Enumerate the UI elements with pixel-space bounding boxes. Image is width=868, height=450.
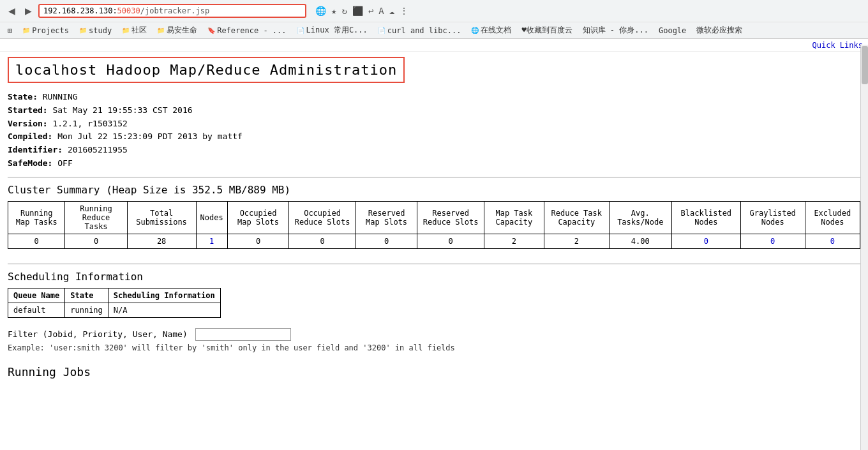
col-nodes: Nodes <box>196 201 227 234</box>
bookmark-bing[interactable]: 微软必应搜索 <box>694 24 745 36</box>
compiled-label: Compiled: <box>8 131 52 141</box>
cell-blacklisted-nodes: 0 <box>671 234 740 248</box>
filter-input[interactable] <box>195 328 291 341</box>
started-line: Started: Sat May 21 19:55:33 CST 2016 <box>8 104 860 117</box>
bookmark-linux[interactable]: 📄 Linux 常用C... <box>294 24 370 36</box>
bookmark-knowledge[interactable]: 知识库 - 你身... <box>580 24 651 36</box>
cluster-table-data-row: 0 0 28 1 0 0 0 0 2 2 4.00 0 0 0 <box>8 234 860 248</box>
address-bar-container[interactable]: 192.168.238.130:50030/jobtracker.jsp <box>38 4 306 18</box>
col-scheduling-info: Scheduling Information <box>108 288 220 303</box>
extension-icon[interactable]: ⬛ <box>351 4 364 17</box>
identifier-value: 201605211955 <box>68 145 128 154</box>
scrollbar[interactable] <box>860 45 868 384</box>
version-line: Version: 1.2.1, r1503152 <box>8 117 860 131</box>
bookmark-study[interactable]: 📁 study <box>77 26 114 36</box>
filter-line: Filter (Jobid, Priority, User, Name) <box>8 328 860 341</box>
address-colon: : <box>112 6 117 15</box>
address-bar: 192.168.238.130:50030/jobtracker.jsp <box>43 6 209 15</box>
bookmark-baidu-cloud[interactable]: ♥收藏到百度云 <box>519 24 574 36</box>
col-blacklisted-nodes: Blacklisted Nodes <box>671 201 740 234</box>
cell-scheduling-info: N/A <box>108 303 220 317</box>
info-section: State: RUNNING Started: Sat May 21 19:55… <box>8 91 860 170</box>
blacklisted-nodes-link[interactable]: 0 <box>704 237 708 246</box>
filter-section: Filter (Jobid, Priority, User, Name) Exa… <box>8 328 860 352</box>
quick-links-link[interactable]: Quick Links <box>812 41 863 50</box>
cell-avg-tasks-node: 4.00 <box>609 234 671 248</box>
col-graylisted-nodes: Graylisted Nodes <box>740 201 805 234</box>
cell-state: running <box>65 303 108 317</box>
cell-total-submissions: 28 <box>127 234 196 248</box>
divider-2 <box>8 264 860 264</box>
cell-graylisted-nodes: 0 <box>740 234 805 248</box>
address-path: /jobtracker.jsp <box>140 6 209 15</box>
col-reduce-task-capacity: Reduce Task Capacity <box>544 201 609 234</box>
scheduling-table: Queue Name State Scheduling Information … <box>8 288 221 318</box>
bookmark-reference[interactable]: 🔖 Reference - ... <box>205 26 288 36</box>
cell-queue-name: default <box>8 303 65 317</box>
bookmark-apps[interactable]: ⊞ <box>5 26 15 36</box>
compiled-line: Compiled: Mon Jul 22 15:23:09 PDT 2013 b… <box>8 130 860 144</box>
back-button[interactable]: ◀ <box>5 4 18 17</box>
cell-running-map-tasks: 0 <box>8 234 65 248</box>
cluster-table: Running Map Tasks Running Reduce Tasks T… <box>8 201 860 249</box>
cluster-summary-heading: Cluster Summary (Heap Size is 352.5 MB/8… <box>8 184 860 196</box>
translate-icon[interactable]: 🌐 <box>314 4 327 17</box>
page-title-box: localhost Hadoop Map/Reduce Administrati… <box>8 57 405 83</box>
font-icon[interactable]: A <box>377 4 385 17</box>
cell-reserved-map-slots: 0 <box>355 234 417 248</box>
nodes-link[interactable]: 1 <box>209 237 214 246</box>
scrollbar-thumb[interactable] <box>862 46 868 84</box>
browser-chrome: ◀ ▶ 192.168.238.130:50030/jobtracker.jsp… <box>0 0 868 39</box>
divider-1 <box>8 177 860 177</box>
refresh-icon[interactable]: ↻ <box>340 4 348 17</box>
bookmark-easylife[interactable]: 📁 易安生命 <box>154 24 200 36</box>
scheduling-heading: Scheduling Information <box>8 271 860 283</box>
back-icon[interactable]: ↩ <box>367 4 375 17</box>
bookmark-google[interactable]: Google <box>656 26 689 36</box>
cell-map-task-capacity: 2 <box>484 234 544 248</box>
col-avg-tasks-node: Avg. Tasks/Node <box>609 201 671 234</box>
cell-reserved-reduce-slots: 0 <box>417 234 484 248</box>
bookmark-projects[interactable]: 📁 Projects <box>20 26 71 36</box>
toolbar-icons: 🌐 ★ ↻ ⬛ ↩ A ☁ ⋮ <box>314 4 410 17</box>
browser-toolbar: ◀ ▶ 192.168.238.130:50030/jobtracker.jsp… <box>0 0 868 22</box>
page-content: localhost Hadoop Map/Reduce Administrati… <box>0 52 868 384</box>
forward-button[interactable]: ▶ <box>22 4 34 17</box>
bookmark-star-icon[interactable]: ★ <box>330 4 338 17</box>
bookmark-online-doc[interactable]: 🌐 在线文档 <box>468 24 514 36</box>
page-title: localhost Hadoop Map/Reduce Administrati… <box>15 62 397 78</box>
col-reserved-reduce-slots: Reserved Reduce Slots <box>417 201 484 234</box>
version-value: 1.2.1, r1503152 <box>52 119 127 128</box>
cloud-icon[interactable]: ☁ <box>388 4 396 17</box>
identifier-line: Identifier: 201605211955 <box>8 144 860 157</box>
bookmark-community[interactable]: 📁 社区 <box>119 24 149 36</box>
more-icon[interactable]: ⋮ <box>398 4 410 17</box>
excluded-nodes-link[interactable]: 0 <box>830 237 835 246</box>
queue-link[interactable]: default <box>13 306 46 315</box>
cell-occupied-reduce-slots: 0 <box>289 234 355 248</box>
col-total-submissions: Total Submissions <box>127 201 196 234</box>
col-map-task-capacity: Map Task Capacity <box>484 201 544 234</box>
bookmark-curl[interactable]: 📄 curl and libc... <box>375 26 464 36</box>
address-ip: 192.168.238.130 <box>43 6 112 15</box>
state-label: State: <box>8 92 38 101</box>
col-occupied-reduce-slots: Occupied Reduce Slots <box>289 201 355 234</box>
quick-links-bar: Quick Links <box>0 39 868 52</box>
started-value: Sat May 21 19:55:33 CST 2016 <box>52 105 192 115</box>
address-port: 50030 <box>117 6 140 15</box>
started-label: Started: <box>8 105 48 115</box>
safemode-value: OFF <box>57 158 72 168</box>
identifier-label: Identifier: <box>8 145 63 154</box>
state-line: State: RUNNING <box>8 91 860 104</box>
cell-occupied-map-slots: 0 <box>227 234 289 248</box>
graylisted-nodes-link[interactable]: 0 <box>770 237 775 246</box>
version-label: Version: <box>8 119 48 128</box>
col-running-reduce-tasks: Running Reduce Tasks <box>65 201 127 234</box>
scheduling-header-row: Queue Name State Scheduling Information <box>8 288 221 303</box>
col-reserved-map-slots: Reserved Map Slots <box>355 201 417 234</box>
cell-running-reduce-tasks: 0 <box>65 234 127 248</box>
col-occupied-map-slots: Occupied Map Slots <box>227 201 289 234</box>
filter-label: Filter (Jobid, Priority, User, Name) <box>8 329 188 339</box>
compiled-value: Mon Jul 22 15:23:09 PDT 2013 by mattf <box>57 131 243 141</box>
col-excluded-nodes: Excluded Nodes <box>805 201 860 234</box>
